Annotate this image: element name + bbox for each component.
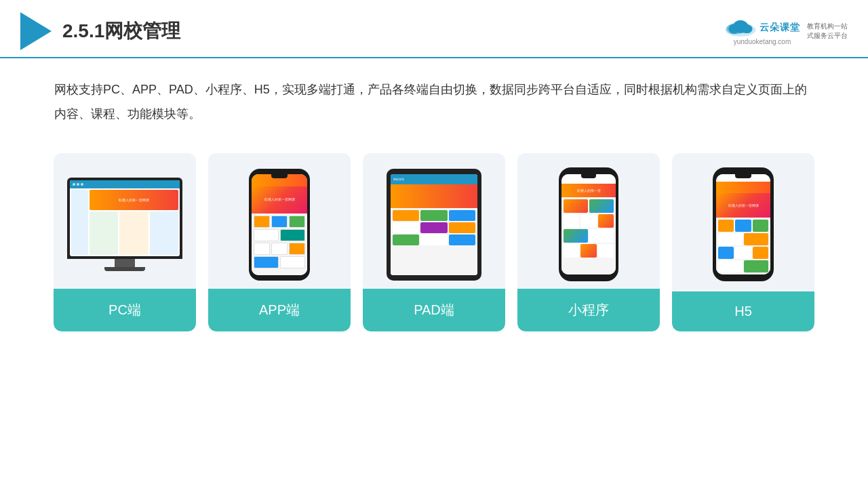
h5-row	[718, 233, 768, 245]
screen-card	[119, 211, 148, 255]
tablet-cell	[420, 210, 447, 221]
h5-cell	[744, 260, 768, 272]
mini-cell	[564, 244, 579, 258]
monitor-frame: 职通人的第一堂网课	[67, 178, 182, 259]
brand-tagline: 教育机构一站 式服务云平台	[807, 22, 848, 41]
card-pc-label: PC端	[54, 289, 196, 331]
mini-top-bar	[561, 174, 616, 184]
card-app-label: APP端	[208, 289, 351, 331]
mini-row	[564, 214, 614, 228]
screen-nav	[70, 180, 180, 188]
h5-cell	[718, 260, 743, 272]
phone-item	[289, 243, 305, 255]
card-mini-label: 小程序	[517, 289, 660, 331]
card-pad-image: 网校管理	[363, 153, 505, 289]
logo-triangle-icon	[20, 12, 52, 50]
header-right: 云朵课堂 yunduoketang.com 教育机构一站 式服务云平台	[724, 18, 848, 45]
mini-row	[564, 199, 614, 213]
cards-container: 职通人的第一堂网课	[0, 133, 868, 331]
description-text: 网校支持PC、APP、PAD、小程序、H5，实现多端打通，产品各终端自由切换，数…	[0, 58, 868, 133]
h5-cell	[753, 247, 768, 259]
tablet-screen: 网校管理	[391, 174, 477, 275]
svg-point-5	[742, 24, 753, 33]
h5-banner: 职通人的第一堂网课	[716, 193, 770, 218]
tablet-content	[391, 208, 477, 275]
screen-banner: 职通人的第一堂网课	[90, 190, 178, 210]
mini-program-phone: 职通人的第一堂	[559, 167, 618, 281]
screen-card	[90, 211, 118, 255]
brand-icon: 云朵课堂	[724, 18, 800, 38]
card-mini-image: 职通人的第一堂	[517, 153, 660, 289]
tablet-cell	[393, 210, 419, 221]
mini-notch	[581, 174, 596, 178]
mini-cell	[589, 229, 614, 243]
mini-cell	[564, 229, 588, 243]
phone-item	[254, 216, 270, 228]
phone-row	[254, 243, 305, 255]
card-pc: 职通人的第一堂网课	[54, 153, 196, 331]
phone-item	[254, 256, 279, 268]
header-left: 2.5.1网校管理	[20, 12, 180, 50]
h5-row	[718, 220, 768, 232]
tablet-cell	[420, 222, 447, 233]
nav-dot	[77, 183, 79, 186]
h5-row	[718, 260, 768, 272]
cloud-icon	[724, 18, 757, 38]
card-app-image: 职通人的第一堂网课	[208, 153, 351, 289]
phone-item	[254, 229, 279, 241]
phone-row	[254, 216, 305, 228]
h5-cell	[718, 220, 734, 232]
page-title: 2.5.1网校管理	[62, 18, 180, 44]
phone-body	[252, 214, 307, 275]
phone-row	[254, 229, 305, 241]
card-pad: 网校管理	[363, 153, 505, 331]
mini-cell	[580, 214, 596, 228]
tablet-header: 网校管理	[391, 174, 477, 184]
phone-mockup-app: 职通人的第一堂网课	[249, 169, 310, 281]
header: 2.5.1网校管理 云朵课堂 yunduoketang.com 教育机构一站 式…	[0, 0, 868, 58]
phone-item	[280, 256, 305, 268]
h5-notch-area	[716, 174, 770, 182]
brand-name: 云朵课堂	[760, 22, 800, 34]
tablet-cell	[393, 222, 419, 233]
brand-url: yunduoketang.com	[734, 38, 791, 45]
h5-screen: 职通人的第一堂网课	[716, 174, 770, 274]
phone-item	[280, 229, 305, 241]
screen-body: 职通人的第一堂网课	[70, 188, 180, 256]
desktop-mockup: 职通人的第一堂网课	[67, 178, 182, 271]
monitor-screen: 职通人的第一堂网课	[70, 180, 180, 256]
h5-cell	[735, 247, 751, 259]
mini-row	[564, 244, 614, 258]
tablet-cell	[449, 222, 475, 233]
mini-cell	[580, 244, 596, 258]
h5-phone: 职通人的第一堂网课	[713, 167, 774, 281]
screen-cards	[90, 211, 178, 255]
mini-cell	[564, 199, 588, 213]
card-pad-label: PAD端	[363, 289, 505, 331]
phone-item	[271, 243, 288, 255]
mini-cell	[598, 244, 614, 258]
phone-notch	[271, 174, 288, 178]
svg-point-4	[728, 24, 739, 33]
card-mini: 职通人的第一堂	[517, 153, 660, 331]
screen-sidebar	[71, 190, 88, 255]
mini-header: 职通人的第一堂	[561, 184, 616, 197]
tablet-row	[393, 235, 475, 245]
mini-cell	[589, 199, 614, 213]
mini-screen: 职通人的第一堂	[561, 174, 616, 274]
h5-header	[716, 182, 770, 193]
tablet-cell	[449, 210, 475, 221]
card-h5-label: H5	[672, 291, 814, 331]
tablet-banner	[391, 184, 477, 208]
mini-row	[564, 229, 614, 243]
nav-dot	[73, 183, 75, 186]
screen-card	[150, 211, 178, 255]
mini-cell	[564, 214, 579, 228]
tablet-row	[393, 210, 475, 221]
phone-banner: 职通人的第一堂网课	[252, 186, 307, 214]
tablet-cell	[393, 235, 419, 245]
h5-cell	[735, 220, 751, 232]
mini-body	[561, 197, 616, 274]
phone-item	[254, 243, 270, 255]
nav-dot	[81, 183, 83, 186]
